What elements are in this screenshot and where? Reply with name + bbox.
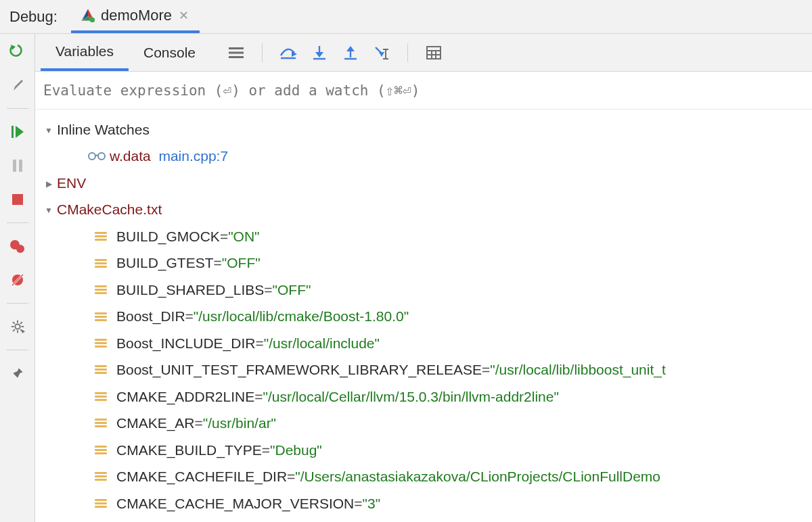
toolbar-divider — [7, 350, 28, 350]
equals-sign: = — [354, 490, 362, 517]
property-icon — [95, 499, 110, 508]
entry-value: "/usr/local/include" — [264, 330, 380, 356]
chevron-down-icon[interactable] — [41, 120, 57, 139]
chevron-right-icon[interactable] — [41, 174, 57, 193]
svg-rect-42 — [427, 47, 441, 59]
variables-toolbar — [210, 43, 443, 62]
cmake-entry[interactable]: CMAKE_CACHE_MAJOR_VERSION = "3" — [41, 490, 812, 517]
stop-button[interactable] — [5, 187, 30, 212]
debugger-tabs-row: Variables Console — [35, 34, 812, 72]
svg-line-23 — [13, 329, 15, 331]
toolbar-separator — [262, 43, 263, 62]
cmake-entry[interactable]: BUILD_SHARED_LIBS = "OFF" — [41, 277, 812, 303]
cmake-entry[interactable]: CMAKE_AR = "/usr/bin/ar" — [41, 410, 812, 436]
cmakecache-label: CMakeCache.txt — [57, 196, 162, 222]
view-breakpoints-button[interactable] — [5, 234, 30, 258]
equals-sign: = — [254, 383, 263, 410]
cmakecache-node[interactable]: CMakeCache.txt — [41, 196, 812, 222]
svg-marker-5 — [11, 45, 16, 50]
toolbar-divider — [7, 222, 28, 223]
svg-marker-25 — [22, 330, 25, 334]
step-out-icon[interactable] — [341, 43, 360, 62]
env-label: ENV — [57, 170, 86, 196]
entry-value: "/usr/local/Cellar/llvm/15.0.3/bin/llvm-… — [263, 383, 559, 410]
left-toolbar — [0, 34, 35, 522]
property-icon — [95, 365, 110, 374]
property-icon — [95, 392, 110, 401]
svg-point-48 — [98, 153, 105, 160]
cmake-entry[interactable]: Boost_UNIT_TEST_FRAMEWORK_LIBRARY_RELEAS… — [41, 356, 812, 383]
pin-button[interactable] — [5, 361, 30, 385]
variables-tree[interactable]: Inline Watches w.data main.cpp:7 ENV CMa… — [35, 110, 812, 517]
debug-header: Debug: demoMore ✕ — [0, 0, 812, 34]
svg-rect-26 — [229, 47, 244, 49]
entry-name: CMAKE_CACHEFILE_DIR — [116, 463, 287, 490]
property-icon — [95, 259, 110, 268]
inline-watches-node[interactable]: Inline Watches — [41, 116, 812, 143]
close-tab-icon[interactable]: ✕ — [177, 8, 190, 23]
watch-item[interactable]: w.data main.cpp:7 — [41, 143, 812, 169]
svg-marker-35 — [346, 46, 355, 51]
entry-value: "OFF" — [273, 277, 311, 303]
run-config-tab[interactable]: demoMore ✕ — [71, 0, 200, 33]
entry-value: "OFF" — [222, 250, 261, 276]
entry-value: "ON" — [228, 223, 259, 250]
svg-point-16 — [15, 324, 20, 329]
cmake-entry[interactable]: Boost_INCLUDE_DIR = "/usr/local/include" — [41, 330, 812, 356]
property-icon — [95, 419, 110, 427]
property-icon — [95, 285, 110, 294]
svg-rect-28 — [229, 56, 244, 58]
step-into-icon[interactable] — [310, 43, 329, 62]
entry-name: CMAKE_AR — [116, 410, 195, 436]
svg-line-24 — [20, 322, 22, 324]
cmake-entry[interactable]: BUILD_GMOCK = "ON" — [41, 223, 812, 250]
equals-sign: = — [195, 410, 203, 436]
entry-name: CMAKE_BUILD_TYPE — [116, 437, 262, 463]
mute-breakpoints-button[interactable] — [5, 268, 30, 292]
equals-sign: = — [185, 303, 194, 329]
modify-run-config-button[interactable] — [5, 73, 30, 97]
env-node[interactable]: ENV — [41, 170, 812, 196]
layout-settings-icon[interactable] — [227, 43, 246, 62]
svg-line-21 — [13, 322, 15, 324]
equals-sign: = — [482, 356, 490, 383]
entry-name: Boost_INCLUDE_DIR — [116, 330, 255, 356]
cmake-entry[interactable]: CMAKE_BUILD_TYPE = "Debug" — [41, 437, 812, 463]
svg-point-4 — [90, 17, 95, 22]
property-icon — [95, 446, 110, 454]
equals-sign: = — [264, 277, 272, 303]
entry-name: Boost_UNIT_TEST_FRAMEWORK_LIBRARY_RELEAS… — [116, 356, 482, 383]
entry-name: CMAKE_CACHE_MAJOR_VERSION — [116, 490, 354, 517]
resume-button[interactable] — [5, 120, 30, 144]
chevron-down-icon[interactable] — [41, 200, 57, 219]
property-icon — [95, 472, 110, 481]
rerun-button[interactable] — [5, 39, 30, 64]
glasses-icon — [88, 151, 106, 161]
entry-name: BUILD_GTEST — [116, 250, 214, 276]
evaluate-icon[interactable] — [424, 43, 443, 62]
step-over-icon[interactable] — [279, 43, 298, 62]
svg-rect-27 — [229, 51, 244, 53]
evaluate-row — [35, 72, 812, 110]
pause-button[interactable] — [5, 153, 30, 178]
cmake-entry[interactable]: BUILD_GTEST = "OFF" — [41, 250, 812, 276]
equals-sign: = — [220, 223, 228, 250]
svg-marker-32 — [315, 52, 323, 57]
tab-console[interactable]: Console — [129, 34, 210, 71]
entry-value: "/usr/bin/ar" — [203, 410, 276, 436]
svg-rect-9 — [19, 160, 22, 172]
run-to-cursor-icon[interactable] — [372, 43, 391, 62]
property-icon — [95, 339, 110, 348]
cmake-entry[interactable]: CMAKE_ADDR2LINE = "/usr/local/Cellar/llv… — [41, 383, 812, 410]
run-config-label: demoMore — [101, 7, 172, 24]
cmake-entry[interactable]: CMAKE_CACHEFILE_DIR = "/Users/anastasiak… — [41, 463, 812, 490]
svg-rect-6 — [12, 126, 14, 138]
entry-name: BUILD_GMOCK — [116, 223, 220, 250]
watch-location[interactable]: main.cpp:7 — [158, 143, 228, 169]
evaluate-expression-input[interactable] — [42, 82, 812, 99]
cmake-entry[interactable]: Boost_DIR = "/usr/local/lib/cmake/Boost-… — [41, 303, 812, 329]
entry-name: Boost_DIR — [116, 303, 185, 329]
settings-button[interactable] — [5, 314, 30, 339]
tab-variables[interactable]: Variables — [41, 34, 129, 71]
entry-value: "3" — [363, 490, 381, 517]
